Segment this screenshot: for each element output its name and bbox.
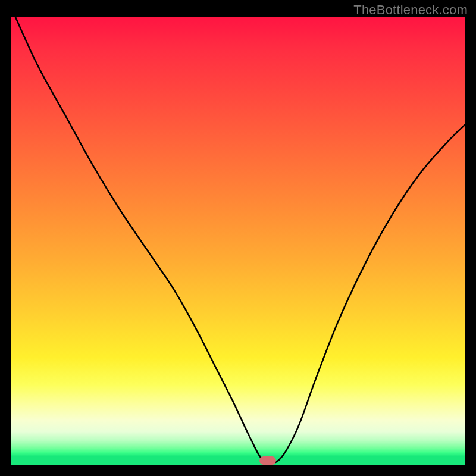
bottleneck-curve (11, 17, 465, 465)
optimal-point-marker (259, 456, 276, 465)
chart-frame: TheBottleneck.com (0, 0, 476, 476)
watermark-text: TheBottleneck.com (353, 2, 468, 18)
plot-area (11, 17, 465, 465)
